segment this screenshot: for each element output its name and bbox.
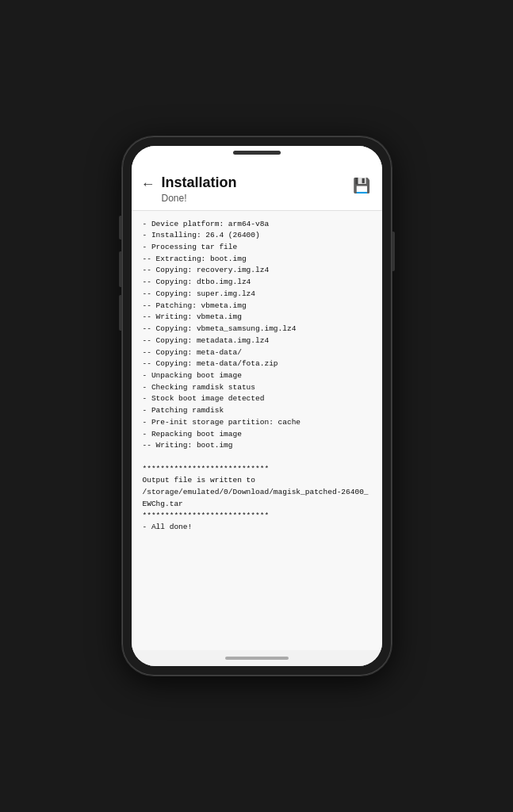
volume-down-button — [119, 295, 122, 331]
home-bar — [225, 657, 289, 660]
phone-device: ← Installation Done! 💾 - Device platform… — [122, 136, 392, 676]
app-header: ← Installation Done! 💾 — [132, 168, 382, 211]
home-indicator — [132, 650, 382, 666]
header-title-block: Installation Done! — [162, 174, 237, 204]
save-button[interactable]: 💾 — [350, 174, 373, 197]
back-button[interactable]: ← — [141, 176, 155, 193]
log-text: - Device platform: arm64-v8a - Installin… — [143, 219, 371, 534]
header-left: ← Installation Done! — [141, 174, 237, 204]
power-button — [392, 232, 395, 271]
log-content-area: - Device platform: arm64-v8a - Installin… — [132, 211, 382, 650]
volume-up-button — [119, 251, 122, 287]
page-subtitle: Done! — [162, 193, 237, 204]
status-bar — [132, 146, 382, 168]
phone-speaker — [233, 151, 281, 155]
phone-screen: ← Installation Done! 💾 - Device platform… — [132, 146, 382, 666]
volume-silent-button — [119, 216, 122, 239]
page-title: Installation — [162, 174, 237, 192]
